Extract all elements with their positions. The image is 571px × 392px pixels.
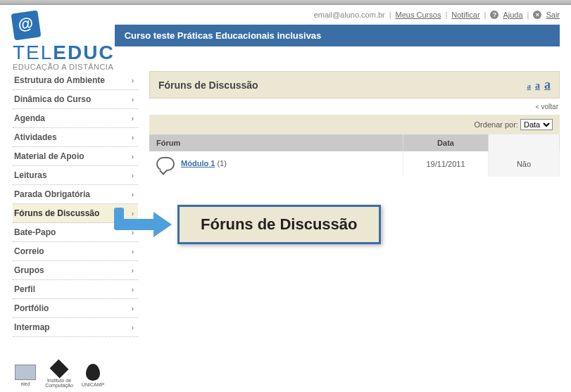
- nav-material[interactable]: Material de Apoio›: [13, 147, 138, 166]
- chevron-right-icon: ›: [132, 286, 134, 293]
- font-size-controls: a a a: [527, 77, 551, 92]
- callout-box: Fóruns de Discussão: [177, 205, 381, 244]
- font-size-small[interactable]: a: [527, 82, 532, 90]
- section-header: Fóruns de Discussão a a a: [149, 71, 560, 99]
- chevron-right-icon: ›: [132, 324, 134, 331]
- forum-link[interactable]: Módulo 1: [181, 159, 215, 167]
- link-help[interactable]: Ajuda: [503, 11, 522, 19]
- callout-annotation: Fóruns de Discussão: [149, 205, 560, 244]
- at-icon: [11, 11, 42, 41]
- utility-links: email@aluno.com.br | Meus Cursos | Notif…: [115, 11, 560, 19]
- section-title: Fóruns de Discussão: [158, 80, 258, 91]
- nav-atividades[interactable]: Atividades›: [13, 128, 138, 147]
- nav-grupos[interactable]: Grupos›: [13, 261, 138, 280]
- sort-bar: Ordenar por: Data: [149, 115, 560, 134]
- chevron-right-icon: ›: [132, 248, 134, 255]
- chevron-right-icon: ›: [132, 267, 134, 274]
- course-title-bar: Curso teste Práticas Educacionais inclus…: [115, 25, 560, 46]
- font-size-medium[interactable]: a: [535, 80, 540, 91]
- logo-nied: nied: [13, 362, 38, 388]
- sidebar-nav: Estrutura do Ambiente› Dinâmica do Curso…: [13, 71, 138, 337]
- nav-correio[interactable]: Correio›: [13, 242, 138, 261]
- brand-logo: TELEDUC EDUCAÇÃO A DISTÂNCIA: [13, 11, 115, 71]
- link-exit[interactable]: Sair: [546, 11, 560, 19]
- col-extra: [489, 134, 560, 151]
- font-size-large[interactable]: a: [544, 77, 551, 92]
- chevron-right-icon: ›: [132, 305, 134, 312]
- footer-logos: nied Instituto de Computação UNICAMP: [0, 348, 571, 392]
- arrow-icon: [114, 209, 177, 240]
- nav-parada[interactable]: Parada Obrigatória›: [13, 185, 138, 204]
- logo-unicamp: UNICAMP: [80, 362, 106, 388]
- col-forum: Fórum: [149, 134, 403, 151]
- brand-name-1: TEL: [13, 42, 53, 63]
- chevron-right-icon: ›: [132, 134, 134, 141]
- forum-extra: Não: [489, 151, 560, 177]
- back-link[interactable]: < voltar: [536, 103, 559, 110]
- forum-count: (1): [217, 159, 226, 167]
- nav-perfil[interactable]: Perfil›: [13, 280, 138, 299]
- nav-leituras[interactable]: Leituras›: [13, 166, 138, 185]
- chevron-right-icon: ›: [132, 77, 134, 84]
- forum-date: 19/11/2011: [403, 151, 489, 177]
- col-date: Data: [403, 134, 489, 151]
- nav-agenda[interactable]: Agenda›: [13, 109, 138, 128]
- user-email: email@aluno.com.br: [314, 11, 385, 19]
- link-my-courses[interactable]: Meus Cursos: [396, 11, 441, 19]
- chevron-right-icon: ›: [132, 115, 134, 122]
- chevron-right-icon: ›: [132, 96, 134, 103]
- brand-name-2: EDUC: [53, 42, 114, 63]
- brand-tagline: EDUCAÇÃO A DISTÂNCIA: [13, 63, 115, 71]
- link-notify[interactable]: Notificar: [451, 11, 479, 19]
- sort-label: Ordenar por:: [475, 120, 518, 129]
- table-row: Módulo 1 (1) 19/11/2011 Não: [149, 151, 560, 177]
- nav-intermap[interactable]: Intermap›: [13, 318, 138, 337]
- nav-portfolio[interactable]: Portfólio›: [13, 299, 138, 318]
- nav-dinamica[interactable]: Dinâmica do Curso›: [13, 90, 138, 109]
- chevron-right-icon: ›: [132, 191, 134, 198]
- chevron-right-icon: ›: [132, 153, 134, 160]
- chevron-right-icon: ›: [132, 172, 134, 179]
- speech-bubble-icon: [156, 157, 175, 171]
- sort-select[interactable]: Data: [520, 119, 553, 130]
- forums-table: Fórum Data Módulo 1 (1) 19/11/2011 Não: [149, 134, 560, 177]
- logo-ic: Instituto de Computação: [46, 362, 72, 388]
- help-icon[interactable]: ?: [490, 11, 498, 19]
- window-chrome-bar: [0, 0, 571, 5]
- exit-icon[interactable]: ×: [533, 11, 541, 19]
- nav-estrutura[interactable]: Estrutura do Ambiente›: [13, 71, 138, 90]
